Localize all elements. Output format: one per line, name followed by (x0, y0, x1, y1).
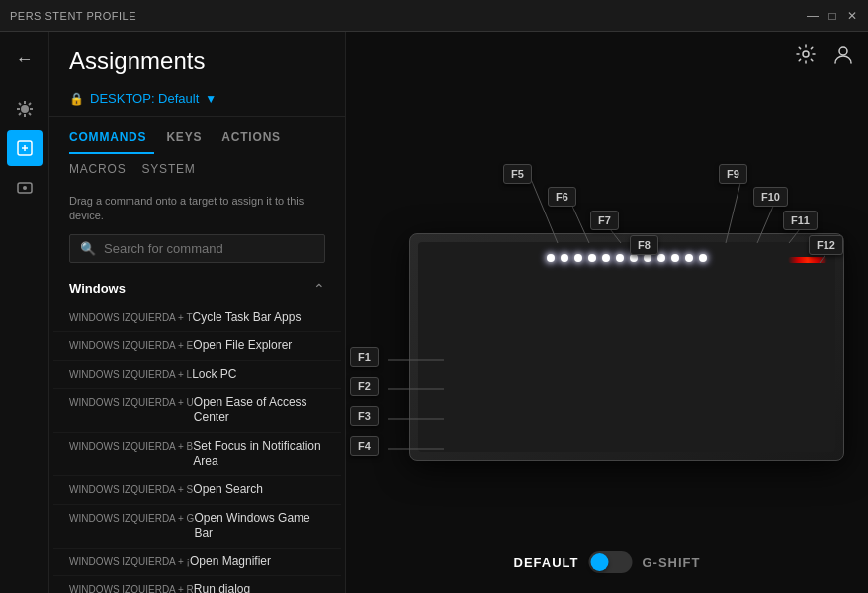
toggle-gshift-label: G-SHIFT (642, 555, 700, 570)
led-dot (602, 254, 610, 262)
led-dot (685, 254, 693, 262)
led-dot (616, 254, 624, 262)
category-toggle-icon: ⌃ (313, 281, 325, 296)
toggle-default-label: DEFAULT (514, 555, 579, 570)
command-item[interactable]: WINDOWS IZQUIERDA + E Open File Explorer (53, 332, 341, 361)
tab-keys[interactable]: KEYS (166, 127, 210, 154)
command-item[interactable]: WINDOWS IZQUIERDA + R Run dialog (53, 576, 341, 593)
commands-container: WINDOWS IZQUIERDA + T Cycle Task Bar App… (53, 304, 341, 593)
settings-icon[interactable] (791, 40, 821, 69)
keyboard-body (409, 233, 844, 461)
tab-system[interactable]: SYSTEM (141, 158, 207, 184)
key-f1[interactable]: F1 (350, 347, 379, 367)
command-label: Open Magnifier (190, 554, 325, 570)
search-box[interactable]: 🔍 (69, 234, 325, 263)
profile-bar[interactable]: 🔒 DESKTOP: Default ▼ (49, 87, 345, 117)
sidebar-item-lighting[interactable] (7, 91, 43, 127)
window-controls: — □ ✕ (807, 10, 858, 22)
led-dots-row (547, 254, 707, 262)
maximize-button[interactable]: □ (826, 10, 838, 22)
commands-list: Windows ⌃ WINDOWS IZQUIERDA + T Cycle Ta… (49, 273, 345, 593)
minimize-button[interactable]: — (807, 10, 819, 22)
command-item[interactable]: WINDOWS IZQUIERDA + U Open Ease of Acces… (53, 389, 341, 433)
command-item[interactable]: WINDOWS IZQUIERDA + G Open Windows Game … (53, 505, 341, 549)
key-f4[interactable]: F4 (350, 436, 379, 456)
tabs-row-secondary: MACROS SYSTEM (49, 154, 345, 184)
key-f5[interactable]: F5 (503, 164, 532, 184)
command-label: Run dialog (194, 582, 325, 593)
svg-point-15 (839, 47, 847, 55)
command-label: Open Ease of Access Center (194, 395, 325, 426)
back-button[interactable]: ← (7, 42, 43, 77)
toggle-row: DEFAULT G-SHIFT (514, 551, 701, 573)
led-dot (644, 254, 651, 262)
header-icons (791, 40, 858, 69)
svg-line-7 (29, 103, 31, 105)
key-f11[interactable]: F11 (783, 211, 818, 230)
svg-line-6 (29, 113, 31, 115)
toggle-switch[interactable] (588, 551, 632, 573)
key-f2[interactable]: F2 (350, 377, 379, 396)
key-f10[interactable]: F10 (753, 187, 788, 207)
svg-line-5 (19, 103, 21, 105)
command-label: Lock PC (192, 367, 325, 382)
tab-commands[interactable]: COMMANDS (69, 127, 154, 154)
led-dot (574, 254, 582, 262)
command-item[interactable]: WINDOWS IZQUIERDA + S Open Search (53, 476, 341, 505)
keyboard-inner (418, 242, 835, 452)
key-f6[interactable]: F6 (548, 187, 576, 207)
app-title: PERSISTENT PROFILE (10, 10, 136, 22)
command-shortcut: WINDOWS IZQUIERDA + B (69, 439, 193, 453)
key-f7[interactable]: F7 (590, 211, 619, 230)
command-label: Cycle Task Bar Apps (193, 310, 325, 326)
command-label: Set Focus in Notification Area (193, 439, 325, 469)
command-shortcut: WINDOWS IZQUIERDA + E (69, 338, 193, 352)
svg-point-14 (803, 51, 809, 57)
title-bar: PERSISTENT PROFILE — □ ✕ (0, 0, 868, 32)
lock-icon: 🔒 (69, 92, 84, 106)
led-dot (588, 254, 596, 262)
key-f3[interactable]: F3 (350, 406, 379, 426)
category-header-windows[interactable]: Windows ⌃ (53, 273, 341, 304)
tab-actions[interactable]: ACTIONS (221, 127, 289, 154)
command-shortcut: WINDOWS IZQUIERDA + U (69, 395, 194, 409)
led-dot (699, 254, 707, 262)
search-icon: 🔍 (80, 241, 96, 256)
category-name: Windows (69, 281, 126, 296)
led-dot (547, 254, 555, 262)
profile-caret-icon: ▼ (205, 92, 217, 106)
key-f9[interactable]: F9 (719, 164, 747, 184)
command-item[interactable]: WINDOWS IZQUIERDA + B Set Focus in Notif… (53, 433, 341, 476)
sidebar-item-assignments[interactable] (7, 130, 43, 166)
key-f12[interactable]: F12 (809, 235, 843, 255)
panel-title: Assignments (69, 47, 325, 75)
app-container: ← (0, 32, 868, 593)
led-dot (671, 254, 679, 262)
led-strip-red (788, 257, 827, 263)
close-button[interactable]: ✕ (846, 10, 858, 22)
tab-macros[interactable]: MACROS (69, 158, 137, 184)
svg-point-0 (21, 105, 29, 113)
tabs-row-primary: COMMANDS KEYS ACTIONS (49, 117, 345, 154)
search-input[interactable] (104, 241, 314, 256)
command-item[interactable]: WINDOWS IZQUIERDA + T Cycle Task Bar App… (53, 304, 341, 333)
key-f8[interactable]: F8 (630, 235, 658, 255)
command-shortcut: WINDOWS IZQUIERDA + ¡ (69, 554, 190, 568)
led-dot (657, 254, 665, 262)
sidebar-item-macros[interactable] (7, 170, 43, 206)
command-shortcut: WINDOWS IZQUIERDA + S (69, 482, 193, 496)
command-label: Open File Explorer (193, 338, 325, 354)
command-label: Open Search (193, 482, 325, 498)
svg-line-8 (19, 113, 21, 115)
led-dot (630, 254, 638, 262)
left-panel: Assignments 🔒 DESKTOP: Default ▼ COMMAND… (49, 32, 346, 593)
command-shortcut: WINDOWS IZQUIERDA + R (69, 582, 194, 593)
command-item[interactable]: WINDOWS IZQUIERDA + L Lock PC (53, 361, 341, 389)
led-dot (561, 254, 568, 262)
command-item[interactable]: WINDOWS IZQUIERDA + ¡ Open Magnifier (53, 549, 341, 577)
drag-hint: Drag a command onto a target to assign i… (49, 184, 345, 234)
profile-name: DESKTOP: Default (90, 91, 199, 106)
user-icon[interactable] (828, 40, 858, 69)
icon-sidebar: ← (0, 32, 49, 593)
right-panel: F1 F2 F3 F4 (346, 32, 868, 593)
